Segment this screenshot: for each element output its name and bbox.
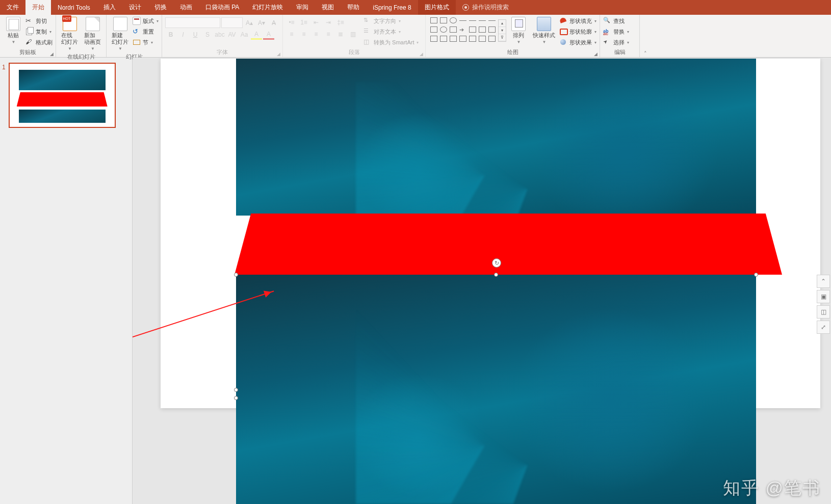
slide-1[interactable]: ↻ [161,59,820,408]
chevron-down-icon: ▼ [91,45,95,52]
arrange-label: 排列 [513,32,524,39]
rotation-handle[interactable]: ↻ [492,258,501,268]
selection-handle-nw[interactable] [234,273,238,277]
distribute-button[interactable]: ≣ [335,29,346,39]
tab-file[interactable]: 文件 [0,0,25,15]
reset-button[interactable]: 重置 [133,26,159,37]
group-drawing: ▴▾⊽ 排列▼ 快速样式▼ 形状填充▾ 形状轮廓▾ 形状效果▾ 绘图◢ [426,15,600,57]
slide-canvas-area[interactable]: ↻ ⌃ ▣ ◫ ⤢ 知乎 @笔书 [133,58,831,504]
justify-button[interactable]: ≡ [323,29,334,39]
font-color-button[interactable]: A [263,30,274,40]
clear-formatting-button[interactable]: A̶ [268,17,279,28]
chevron-down-icon: ▼ [118,45,122,52]
character-spacing-button[interactable]: AV [226,30,238,40]
shapes-gallery-scroll[interactable]: ▴▾⊽ [498,19,506,42]
tab-ispring[interactable]: iSpring Free 8 [366,0,418,15]
selection-handle-ne[interactable] [754,273,758,277]
convert-smartart-label: 转换为 SmartArt [374,39,414,46]
section-button[interactable]: 节▾ [133,37,159,47]
dialog-launcher-icon[interactable]: ◢ [420,51,423,57]
layout-options-button[interactable]: ⌃ [817,275,830,288]
bullets-button[interactable]: •≡ [286,17,297,28]
align-center-button[interactable]: ≡ [298,29,309,39]
select-label: 选择 [613,39,625,46]
arrange-button[interactable]: 排列▼ [508,16,529,46]
dialog-launcher-icon[interactable]: ◢ [594,51,598,57]
chevron-down-icon: ▼ [68,45,72,52]
group-clipboard: 粘贴 ▼ 剪切 复制▾ 格式刷 剪贴板◢ [0,15,56,57]
decrease-font-button[interactable]: A▾ [256,17,267,28]
tab-slideshow[interactable]: 幻灯片放映 [246,0,290,15]
change-case-button[interactable]: Aa [239,30,250,40]
tab-nordri-tools[interactable]: Nordri Tools [51,0,97,15]
increase-font-button[interactable]: A▴ [244,17,255,28]
increase-indent-button[interactable]: ⇥ [323,17,334,28]
align-left-button[interactable]: ≡ [286,29,297,39]
watermark-text: 知乎 @笔书 [723,475,821,500]
copy-button[interactable]: 复制▾ [25,26,53,37]
tell-me-search[interactable]: 操作说明搜索 [456,0,515,15]
numbering-button[interactable]: 1≡ [298,17,309,28]
align-text-button[interactable]: 对齐文本▾ [363,26,419,37]
font-highlight-button[interactable]: A [251,30,262,40]
find-button[interactable]: 查找 [603,16,629,26]
italic-button[interactable]: I [177,30,189,40]
ribbon-collapse[interactable]: ˄ [640,15,650,57]
slide-thumbnails-panel[interactable]: 1 [0,58,133,504]
cut-button[interactable]: 剪切 [25,16,53,26]
add-animation-page-button[interactable]: 新加 动画页▼ [82,16,103,53]
font-name-combo[interactable] [165,17,220,28]
text-shadow-button[interactable]: abc [214,30,225,40]
slide-thumbnail-1[interactable] [9,63,116,128]
outline-icon [559,28,567,36]
selection-handle-sw[interactable] [234,396,238,400]
tab-design[interactable]: 设计 [122,0,148,15]
strikethrough-button[interactable]: S [202,30,213,40]
shape-effects-button[interactable]: 形状效果▾ [559,37,596,47]
slide-image-top[interactable] [236,59,756,216]
tab-review[interactable]: 审阅 [290,0,315,15]
ribbon-tab-bar: 文件 开始 Nordri Tools 插入 设计 切换 动画 口袋动画 PA 幻… [0,0,831,15]
tab-pocket-animation[interactable]: 口袋动画 PA [199,0,246,15]
online-slides-button[interactable]: 在线 幻灯片▼ [59,16,80,53]
text-direction-button[interactable]: 文字方向▾ [363,16,419,26]
tab-animations[interactable]: 动画 [173,0,199,15]
line-spacing-button[interactable]: ‡≡ [335,17,346,28]
shapes-gallery[interactable] [429,16,498,45]
slide-red-trapezoid[interactable] [235,214,782,275]
select-button[interactable]: 选择▾ [603,37,629,47]
align-right-button[interactable]: ≡ [310,29,322,39]
underline-button[interactable]: U [190,30,201,40]
tab-help[interactable]: 帮助 [341,0,366,15]
crop-button[interactable]: ▣ [817,290,830,303]
align-text-label: 对齐文本 [374,28,396,36]
slide-image-bottom-selected[interactable] [236,275,756,504]
new-slide-button[interactable]: 新建 幻灯片▼ [110,16,131,53]
tab-insert[interactable]: 插入 [97,0,122,15]
format-painter-button[interactable]: 格式刷 [25,37,53,47]
font-size-combo[interactable] [221,17,243,28]
tab-transitions[interactable]: 切换 [148,0,173,15]
align-text-icon [363,28,372,36]
tab-home[interactable]: 开始 [25,0,51,15]
group-label-clipboard: 剪贴板 [19,49,36,55]
workspace: 1 ↻ ⌃ ▣ ◫ ⤢ 知乎 [0,58,831,504]
selection-handle-n[interactable] [494,273,498,277]
layout-button[interactable]: 版式▾ [133,16,159,26]
paste-button[interactable]: 粘贴 ▼ [3,16,23,46]
quick-styles-button[interactable]: 快速样式▼ [531,16,557,46]
selection-handle-w[interactable] [234,388,238,392]
tab-view[interactable]: 视图 [315,0,341,15]
shape-outline-button[interactable]: 形状轮廓▾ [559,26,596,37]
replace-button[interactable]: 替换▾ [603,26,629,37]
design-ideas-button[interactable]: ◫ [817,305,830,319]
shape-fill-button[interactable]: 形状填充▾ [559,16,596,26]
dialog-launcher-icon[interactable]: ◢ [277,51,280,57]
new-comment-button[interactable]: ⤢ [817,321,830,334]
columns-button[interactable]: ▥ [347,29,358,39]
convert-smartart-button[interactable]: 转换为 SmartArt▾ [363,37,419,47]
bold-button[interactable]: B [165,30,176,40]
decrease-indent-button[interactable]: ⇤ [310,17,322,28]
dialog-launcher-icon[interactable]: ◢ [50,51,54,57]
tab-picture-format[interactable]: 图片格式 [418,0,456,15]
